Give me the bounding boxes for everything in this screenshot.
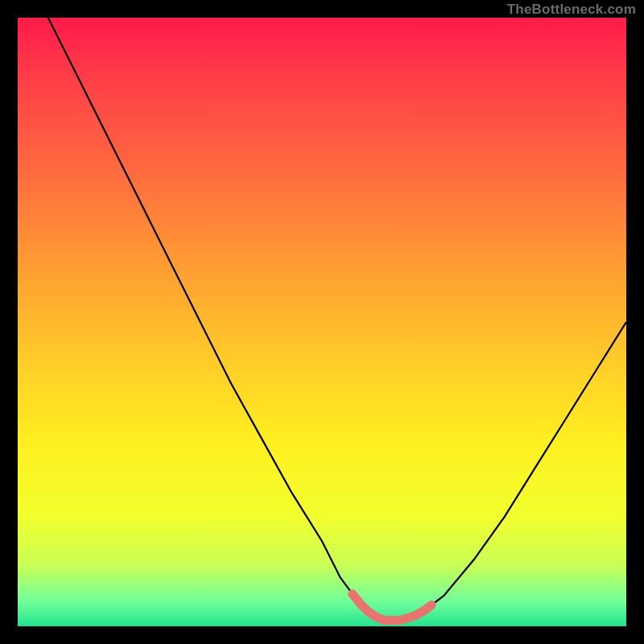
curve-layer bbox=[18, 18, 626, 626]
chart-frame: TheBottleneck.com bbox=[0, 0, 644, 644]
watermark-text: TheBottleneck.com bbox=[507, 2, 636, 18]
bottleneck-curve bbox=[48, 18, 626, 620]
plot-area bbox=[18, 18, 626, 626]
optimal-range-marker bbox=[353, 594, 431, 621]
